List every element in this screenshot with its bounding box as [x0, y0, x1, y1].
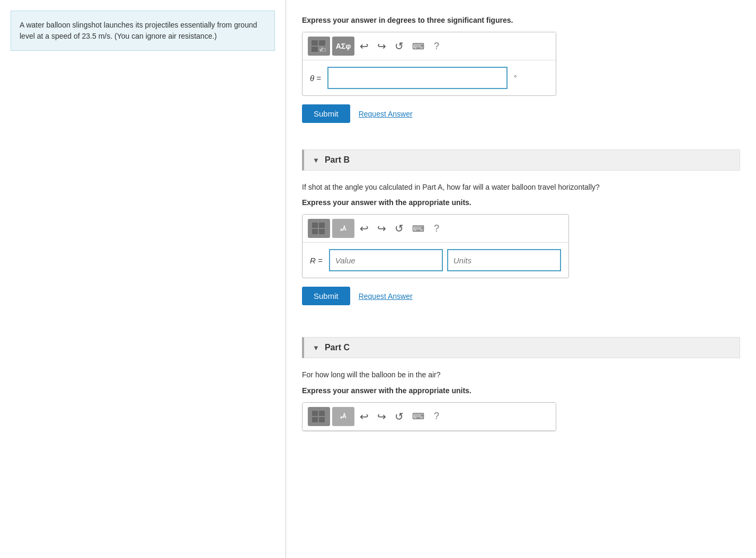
- part-c-section: ▼ Part C For how long will the balloon b…: [302, 337, 740, 450]
- part-b-keyboard-btn[interactable]: ⌨: [409, 222, 428, 236]
- part-c-content: For how long will the balloon be in the …: [302, 358, 740, 450]
- part-c-units-btn[interactable]: ₐÅ: [332, 407, 354, 426]
- svg-rect-4: [312, 223, 318, 228]
- part-a-degree-symbol: °: [514, 74, 517, 82]
- part-b-help-icon[interactable]: ?: [430, 221, 443, 236]
- part-c-help-icon[interactable]: ?: [430, 409, 443, 424]
- part-a-content: Express your answer in degrees to three …: [302, 5, 740, 149]
- part-a-refresh-btn[interactable]: ↺: [392, 38, 407, 55]
- part-c-express-note: Express your answer with the appropriate…: [302, 386, 740, 395]
- part-c-undo-btn[interactable]: ↩: [357, 408, 372, 425]
- part-a-math-input-box: √□ ΑΣφ ↩ ↪ ↺ ⌨ ? θ = °: [302, 32, 556, 96]
- part-b-redo-btn[interactable]: ↪: [374, 220, 389, 237]
- part-b-label: Part B: [325, 155, 350, 165]
- part-a-undo-btn[interactable]: ↩: [357, 38, 372, 55]
- part-b-question: If shot at the angle you calculated in P…: [302, 181, 740, 193]
- part-a-input-label: θ =: [310, 74, 321, 83]
- svg-rect-1: [319, 40, 325, 46]
- part-b-math-input-box: ₐÅ ↩ ↪ ↺ ⌨ ? R =: [302, 214, 569, 278]
- part-b-express-note: Express your answer with the appropriate…: [302, 198, 740, 207]
- part-b-input-label: R =: [310, 256, 323, 265]
- part-c-redo-btn[interactable]: ↪: [374, 408, 389, 425]
- part-c-label: Part C: [325, 343, 350, 352]
- part-b-header[interactable]: ▼ Part B: [302, 149, 740, 171]
- right-panel: Express your answer in degrees to three …: [286, 0, 756, 558]
- part-c-chevron-icon: ▼: [313, 344, 319, 352]
- svg-rect-10: [312, 417, 318, 422]
- part-c-header[interactable]: ▼ Part C: [302, 337, 740, 358]
- svg-text:√□: √□: [319, 47, 326, 52]
- part-b-section: ▼ Part B If shot at the angle you calcul…: [302, 149, 740, 332]
- part-b-submit-button[interactable]: Submit: [302, 287, 350, 305]
- part-c-refresh-btn[interactable]: ↺: [392, 408, 407, 425]
- part-a-request-answer-link[interactable]: Request Answer: [359, 110, 413, 118]
- part-b-units-input[interactable]: [447, 249, 561, 271]
- part-a-help-icon[interactable]: ?: [430, 39, 443, 54]
- part-a-input-row: θ = °: [303, 60, 556, 95]
- part-b-math-btn[interactable]: [308, 219, 330, 238]
- part-b-value-input[interactable]: [329, 249, 443, 271]
- part-b-input-row: R =: [303, 243, 568, 278]
- part-a-keyboard-btn[interactable]: ⌨: [409, 39, 428, 54]
- part-a-redo-btn[interactable]: ↪: [374, 38, 389, 55]
- part-a-submit-button[interactable]: Submit: [302, 104, 350, 123]
- svg-rect-7: [319, 229, 325, 234]
- svg-rect-11: [319, 417, 325, 422]
- part-b-units-btn[interactable]: ₐÅ: [332, 219, 354, 238]
- part-a-math-btn[interactable]: √□: [308, 37, 330, 56]
- problem-text: A water balloon slingshot launches its p…: [11, 11, 275, 51]
- svg-rect-6: [312, 229, 318, 234]
- part-b-action-row: Submit Request Answer: [302, 287, 740, 305]
- part-c-math-input-box: ₐÅ ↩ ↪ ↺ ⌨ ?: [302, 402, 556, 431]
- svg-rect-2: [312, 47, 318, 52]
- part-a-action-row: Submit Request Answer: [302, 104, 740, 123]
- svg-rect-0: [312, 40, 318, 46]
- part-b-toolbar: ₐÅ ↩ ↪ ↺ ⌨ ?: [303, 215, 568, 243]
- part-b-undo-btn[interactable]: ↩: [357, 220, 372, 237]
- svg-rect-9: [319, 411, 325, 416]
- svg-rect-8: [312, 411, 318, 416]
- part-c-question: For how long will the balloon be in the …: [302, 369, 740, 380]
- part-a-toolbar: √□ ΑΣφ ↩ ↪ ↺ ⌨ ?: [303, 32, 556, 60]
- left-panel: A water balloon slingshot launches its p…: [0, 0, 286, 558]
- part-a-symbol-btn[interactable]: ΑΣφ: [332, 37, 354, 56]
- part-a-answer-input[interactable]: [327, 67, 508, 89]
- part-a-express-note: Express your answer in degrees to three …: [302, 16, 740, 24]
- part-c-math-btn[interactable]: [308, 407, 330, 426]
- part-b-request-answer-link[interactable]: Request Answer: [359, 292, 413, 300]
- problem-statement: A water balloon slingshot launches its p…: [20, 21, 257, 40]
- part-b-chevron-icon: ▼: [313, 156, 319, 164]
- svg-rect-5: [319, 223, 325, 228]
- part-c-toolbar: ₐÅ ↩ ↪ ↺ ⌨ ?: [303, 403, 556, 431]
- part-b-refresh-btn[interactable]: ↺: [392, 220, 407, 237]
- part-c-keyboard-btn[interactable]: ⌨: [409, 409, 428, 423]
- part-b-content: If shot at the angle you calculated in P…: [302, 171, 740, 332]
